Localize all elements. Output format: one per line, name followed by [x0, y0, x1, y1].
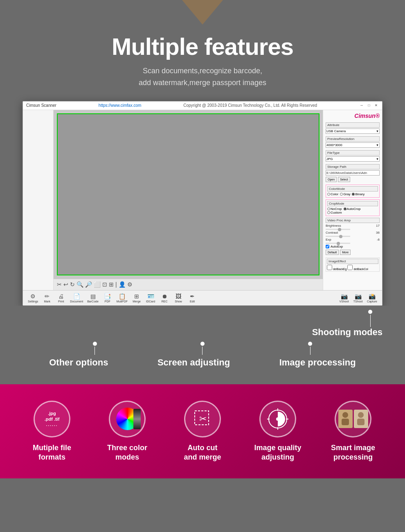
autocrop-radio[interactable]: AutoCrop	[344, 207, 361, 211]
toolbar-pdf[interactable]: 📑 PDF	[101, 292, 114, 304]
toolbar-document[interactable]: 📄 Document	[68, 292, 85, 304]
tool-icon-4[interactable]: 🔍	[76, 281, 83, 288]
barcode-label: BarCode	[87, 300, 99, 303]
binary-radio-dot	[352, 193, 355, 196]
toolbar-print[interactable]: 🖨 Print	[54, 292, 68, 304]
photo-container	[338, 410, 368, 428]
edit-label: Edit	[190, 300, 195, 303]
close-button[interactable]: ✕	[374, 103, 379, 108]
preview-res-arrow[interactable]: ▼	[376, 144, 379, 147]
del-back-col-option[interactable]: delBackCol	[347, 265, 368, 271]
brightness-slider[interactable]	[326, 229, 350, 230]
color-radio-dot	[327, 193, 330, 196]
toolbar-show[interactable]: 🖼 Show	[172, 292, 185, 304]
print-label: Print	[58, 300, 64, 303]
toolbar-left: ⚙ Settings ✏ Mark 🖨 Print 📄 Document ▤	[26, 292, 199, 304]
tool-icon-7[interactable]: ⊡	[102, 281, 107, 288]
image-dot	[308, 342, 312, 346]
contrast-slider[interactable]	[326, 236, 350, 237]
del-back-eg-option[interactable]: delBackEg	[327, 265, 346, 271]
select-button[interactable]: Select	[338, 177, 350, 182]
other-dot	[93, 342, 97, 346]
features-section: .jpg .pdf .tif ...... Mutiple file forma…	[0, 384, 405, 479]
tool-icon-3[interactable]: ↻	[70, 281, 75, 288]
amp-btn-row: Default More	[326, 250, 380, 255]
tool-icon-8[interactable]: ⊞	[109, 281, 114, 288]
attribute-select[interactable]: USB Camera ▼	[326, 128, 380, 134]
file-type-select[interactable]: JPG ▼	[326, 156, 380, 162]
toolbar-capture[interactable]: 📸 Capture	[365, 292, 379, 304]
photo-1	[338, 410, 353, 428]
nocrop-radio[interactable]: NoCrop	[327, 207, 342, 211]
window-controls[interactable]: ─ □ ✕	[359, 103, 379, 108]
tshoot-label: TShoot	[353, 300, 363, 303]
toolbar-tshoot[interactable]: 📷 TShoot	[351, 292, 364, 304]
shooting-modes-label: Shooting modes	[312, 327, 382, 338]
binary-radio[interactable]: Binary	[352, 192, 364, 196]
image-effect-label: ImageEffect	[327, 259, 378, 264]
document-label: Document	[70, 300, 83, 303]
toolbar-multpdf[interactable]: 📋 MultPDF	[115, 292, 129, 304]
gray-radio[interactable]: Gray	[340, 192, 350, 196]
tool-icon-2[interactable]: ↩	[63, 281, 68, 288]
toolbar-edit[interactable]: ✒ Edit	[186, 292, 199, 304]
page-title: Multiple features	[16, 33, 389, 60]
toolbar-rec[interactable]: ⏺ REC	[158, 292, 171, 304]
auto-exp-label: AutoExp	[331, 245, 343, 248]
feature-image-quality: Image quality adjusting	[242, 401, 313, 462]
image-effect-section: ImageEffect delBackEg delBackCol	[326, 257, 380, 272]
preview-res-section: PreviewResolution 4000*3000 ▼	[326, 136, 380, 148]
storage-path-value: E:\360MoveData\Users\Adn	[326, 170, 380, 176]
attribute-dropdown-arrow[interactable]: ▼	[376, 130, 379, 133]
print-icon: 🖨	[58, 293, 64, 300]
show-label: Show	[175, 300, 182, 303]
tool-icon-1[interactable]: ✂	[57, 281, 62, 288]
exp-thumb[interactable]	[337, 242, 340, 245]
custom-radio[interactable]: Custom	[327, 211, 342, 214]
toolbar-vshoot[interactable]: 📷 VShoot	[338, 292, 351, 304]
toolbar-merge[interactable]: ⊞ Merge	[130, 292, 143, 304]
scanner-window: Cimsun Scanner https://www.cimfax.com Co…	[22, 101, 382, 306]
file-type-arrow[interactable]: ▼	[376, 158, 379, 160]
preview-canvas	[57, 113, 320, 275]
toolbar-mark[interactable]: ✏ Mark	[40, 292, 54, 304]
toolbar-barcode[interactable]: ▤ BarCode	[86, 292, 100, 304]
multpdf-label: MultPDF	[117, 300, 128, 303]
minimize-button[interactable]: ─	[359, 103, 364, 108]
shooting-vert-line	[370, 315, 371, 327]
exp-row: Exp -6	[326, 238, 380, 241]
toolbar-idcard[interactable]: 🪪 IDCard	[144, 292, 157, 304]
file-formats-icon: .jpg .pdf .tif ......	[45, 410, 60, 428]
default-button[interactable]: Default	[326, 250, 339, 255]
preview-res-label: PreviewResolution	[326, 136, 380, 142]
image-quality-icon-circle	[259, 401, 296, 437]
auto-exp-checkbox[interactable]	[326, 245, 329, 248]
color-radio[interactable]: Color	[327, 192, 338, 196]
preview-res-select[interactable]: 4000*3000 ▼	[326, 142, 380, 148]
idcard-icon: 🪪	[147, 293, 154, 300]
right-panel: Cimsun® Attribute USB Camera ▼ PreviewRe…	[323, 110, 382, 290]
more-button[interactable]: More	[340, 250, 351, 255]
maximize-button[interactable]: □	[367, 103, 371, 108]
tool-icon-10[interactable]: ⚙	[127, 281, 133, 288]
tool-icon-6[interactable]: ⬜	[94, 281, 101, 288]
left-panel	[23, 110, 54, 290]
feature-color-modes: Three color modes	[92, 401, 163, 462]
color-modes-icon-circle	[109, 401, 146, 437]
shooting-modes-row	[0, 306, 405, 327]
tool-icon-5[interactable]: 🔎	[85, 281, 92, 288]
capture-label: Capture	[367, 300, 377, 303]
window-url: https://www.cimfax.com	[99, 103, 141, 108]
smart-image-icon-circle	[335, 401, 371, 437]
video-amp-label: Video Proc Amp	[326, 218, 380, 223]
brightness-thumb[interactable]	[338, 228, 341, 231]
exp-slider[interactable]	[326, 243, 350, 244]
other-options-label: Other options	[49, 357, 108, 368]
tool-icon-9[interactable]: 👤	[119, 281, 126, 288]
toolbar-settings[interactable]: ⚙ Settings	[26, 292, 40, 304]
open-button[interactable]: Open	[326, 177, 337, 182]
contrast-thumb[interactable]	[339, 235, 342, 238]
shooting-dot-connector	[368, 310, 372, 327]
file-type-section: FileType JPG ▼	[326, 150, 380, 162]
nocrop-radio-dot	[327, 207, 330, 210]
